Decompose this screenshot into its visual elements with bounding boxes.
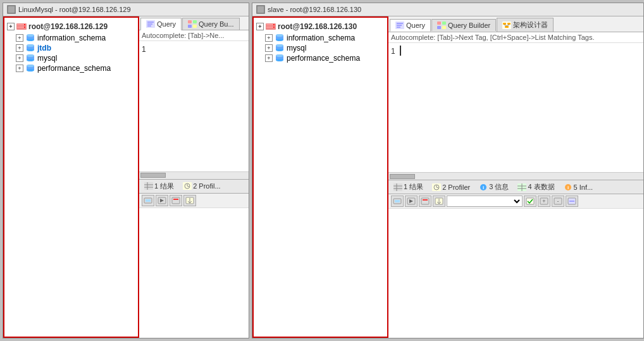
tree-root-item-2[interactable]: + root@192.168.126.130 — [255, 20, 386, 33]
bottom-tab-bar-2: 1 结果 2 Profiler i 3 信息 — [388, 180, 643, 194]
svg-rect-95 — [395, 200, 400, 202]
tree-root-label-1: root@192.168.126.129 — [28, 22, 108, 31]
bottom-tab-info-label-2: 3 信息 — [489, 182, 509, 192]
expand-icon-root-1[interactable]: + — [7, 23, 15, 30]
toolbar-1 — [139, 194, 249, 208]
query-panel-1: Query Query Bu... Autocomplete: [Tab]->N… — [139, 16, 249, 338]
toolbar-btn-1-1[interactable] — [142, 195, 154, 206]
toolbar-icon-2-7: - — [554, 197, 562, 205]
tab-bar-1: Query Query Bu... — [139, 16, 249, 30]
svg-point-51 — [273, 27, 275, 28]
expand-db-0-2[interactable]: + — [16, 54, 23, 62]
tree-db-item-0-3[interactable]: + performance_schema — [6, 63, 137, 73]
tab-builder-2[interactable]: Query Builder — [431, 19, 496, 31]
editor-1[interactable]: 1 — [139, 41, 249, 171]
bottom-tab-inf-label-2: 5 Inf... — [574, 183, 593, 191]
toolbar-icon-2-2 — [407, 197, 416, 205]
svg-rect-74 — [507, 23, 511, 25]
toolbar-btn-2-1[interactable] — [391, 195, 404, 207]
window-2: slave - root@192.168.126.130 + root@192.… — [252, 3, 644, 338]
toolbar-dropdown-2[interactable] — [447, 195, 523, 207]
bottom-tab-profiler-label-2: 2 Profiler — [442, 183, 470, 191]
svg-rect-72 — [502, 22, 511, 29]
cursor-2 — [400, 46, 401, 56]
tabledata-tab-icon-2 — [517, 183, 526, 191]
toolbar-btn-2-6[interactable]: + — [538, 195, 550, 207]
toolbar-btn-2-8[interactable] — [566, 195, 578, 207]
bottom-tab-profiler-2[interactable]: 2 Profiler — [428, 182, 474, 192]
toolbar-icon-1-1 — [144, 197, 152, 204]
toolbar-btn-1-2[interactable] — [156, 195, 168, 206]
toolbar-btn-1-3[interactable] — [170, 195, 182, 206]
expand-db-1-2[interactable]: + — [265, 54, 273, 62]
tab-builder-label-2: Query Builder — [448, 22, 490, 29]
svg-rect-69 — [442, 22, 446, 25]
bottom-tab-tabledata-label-2: 4 表数据 — [528, 182, 554, 192]
bottom-tab-profiler-1[interactable]: 2 Profil... — [179, 181, 224, 191]
bottom-tab-bar-1: 1 结果 2 Profil... — [139, 179, 249, 194]
scrollbar-h-2[interactable] — [388, 172, 643, 180]
expand-db-0-1[interactable]: + — [16, 44, 23, 52]
svg-rect-29 — [188, 25, 192, 28]
toolbar-btn-2-3[interactable] — [419, 195, 431, 207]
svg-point-17 — [27, 59, 34, 61]
toolbar-icon-1-4 — [185, 197, 194, 204]
tree-db-item-0-2[interactable]: + mysql — [6, 53, 137, 63]
expand-db-1-1[interactable]: + — [265, 44, 273, 52]
schema-tab-icon-2 — [502, 22, 511, 29]
db-icon-1-0 — [275, 34, 285, 42]
bottom-tab-profiler-label-1: 2 Profil... — [193, 182, 220, 190]
toolbar-btn-2-2[interactable] — [405, 195, 418, 207]
db-icon-0-2 — [25, 54, 35, 63]
tab-query-2[interactable]: Query — [390, 19, 431, 32]
expand-db-1-0[interactable]: + — [265, 34, 273, 42]
scrollbar-h-1[interactable] — [139, 171, 249, 179]
scrollbar-thumb-h-1[interactable] — [140, 173, 166, 178]
tree-root-1: + root@192.168.126.129 + — [4, 18, 138, 76]
bottom-tab-tabledata-2[interactable]: 4 表数据 — [514, 181, 558, 193]
toolbar-btn-2-5[interactable] — [524, 195, 536, 207]
expand-db-0-3[interactable]: + — [16, 65, 23, 72]
window-body-1: + root@192.168.126.129 + — [3, 16, 249, 338]
bottom-tab-result-2[interactable]: 1 结果 — [390, 181, 427, 193]
bottom-tab-result-label-1: 1 结果 — [154, 182, 174, 191]
toolbar-btn-1-4[interactable] — [183, 195, 196, 206]
svg-point-22 — [27, 65, 34, 67]
toolbar-btn-2-7[interactable]: - — [552, 195, 564, 207]
server-icon-2 — [266, 22, 276, 31]
svg-rect-1 — [8, 6, 15, 13]
svg-text:+: + — [542, 198, 545, 204]
toolbar-icon-2-1 — [393, 197, 402, 205]
tree-db-item-1-0[interactable]: + information_schema — [255, 33, 386, 43]
editor-2[interactable]: 1 — [388, 43, 643, 172]
bottom-tab-inf-2[interactable]: i 5 Inf... — [560, 182, 597, 192]
tab-schema-2[interactable]: 架构设计器 — [497, 18, 554, 32]
svg-rect-97 — [421, 198, 429, 204]
tree-db-item-0-0[interactable]: + information_schema — [6, 33, 137, 43]
result-area-1 — [139, 208, 249, 338]
scrollbar-thumb-h-2[interactable] — [390, 174, 415, 179]
expand-db-0-0[interactable]: + — [16, 34, 23, 42]
svg-rect-30 — [193, 25, 197, 28]
bottom-tab-result-label-2: 1 结果 — [404, 182, 423, 192]
query-panel-2: Query Query Builder — [388, 16, 643, 338]
tab-query-1[interactable]: Query — [140, 18, 182, 30]
tree-db-item-0-1[interactable]: + jtdb — [6, 43, 137, 53]
toolbar-icon-2-6: + — [540, 197, 548, 205]
tree-db-label-1-0: information_schema — [287, 34, 355, 42]
bottom-tab-result-1[interactable]: 1 结果 — [140, 180, 178, 192]
bottom-tab-info-2[interactable]: i 3 信息 — [475, 181, 512, 193]
window-1: LinuxMysql - root@192.168.126.129 + root… — [3, 3, 249, 338]
tab-builder-1[interactable]: Query Bu... — [182, 18, 240, 30]
db-icon-0-1 — [25, 44, 35, 53]
window-title-2: slave - root@192.168.126.130 — [268, 6, 361, 13]
tab-query-label-2: Query — [406, 22, 425, 29]
tree-root-item-1[interactable]: + root@192.168.126.129 — [6, 20, 137, 33]
expand-icon-root-2[interactable]: + — [256, 23, 264, 30]
toolbar-icon-1-2 — [158, 197, 166, 204]
result-area-2 — [388, 209, 643, 338]
svg-rect-40 — [146, 199, 151, 202]
tree-db-item-1-1[interactable]: + mysql — [255, 43, 386, 53]
toolbar-btn-2-4[interactable] — [433, 195, 445, 207]
tree-db-item-1-2[interactable]: + performance_schema — [255, 53, 386, 63]
